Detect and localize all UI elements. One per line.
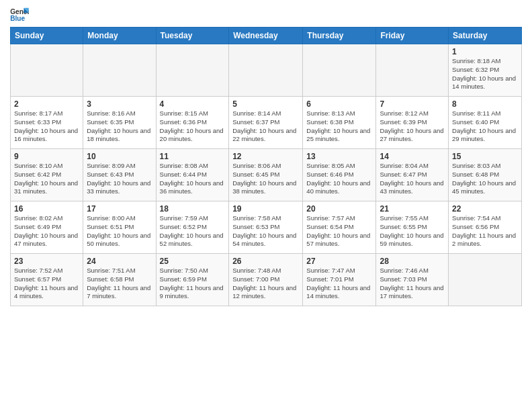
day-number: 4 <box>160 99 226 109</box>
day-number: 20 <box>306 204 372 214</box>
weekday-header-row: SundayMondayTuesdayWednesdayThursdayFrid… <box>11 28 522 44</box>
day-cell <box>303 44 376 97</box>
page: General Blue SundayMondayTuesdayWednesda… <box>0 0 532 411</box>
day-cell: 5Sunrise: 8:14 AM Sunset: 6:37 PM Daylig… <box>229 97 303 149</box>
day-number: 8 <box>452 99 518 109</box>
day-cell: 28Sunrise: 7:46 AM Sunset: 7:03 PM Dayli… <box>376 254 449 306</box>
day-info: Sunrise: 7:48 AM Sunset: 7:00 PM Dayligh… <box>232 267 299 301</box>
day-number: 1 <box>452 47 518 56</box>
weekday-header-friday: Friday <box>376 28 449 44</box>
day-cell: 2Sunrise: 8:17 AM Sunset: 6:33 PM Daylig… <box>11 97 83 149</box>
weekday-header-wednesday: Wednesday <box>229 28 303 44</box>
week-row-1: 1Sunrise: 8:18 AM Sunset: 6:32 PM Daylig… <box>11 44 522 97</box>
weekday-header-sunday: Sunday <box>11 28 83 44</box>
day-number: 7 <box>380 99 445 109</box>
week-row-4: 16Sunrise: 8:02 AM Sunset: 6:49 PM Dayli… <box>11 201 522 254</box>
day-info: Sunrise: 8:10 AM Sunset: 6:42 PM Dayligh… <box>14 162 79 196</box>
weekday-header-tuesday: Tuesday <box>156 28 229 44</box>
day-info: Sunrise: 8:18 AM Sunset: 6:32 PM Dayligh… <box>452 57 518 91</box>
day-cell: 1Sunrise: 8:18 AM Sunset: 6:32 PM Daylig… <box>449 44 522 97</box>
day-info: Sunrise: 8:06 AM Sunset: 6:45 PM Dayligh… <box>232 162 299 196</box>
day-cell: 9Sunrise: 8:10 AM Sunset: 6:42 PM Daylig… <box>11 149 83 201</box>
day-info: Sunrise: 7:51 AM Sunset: 6:58 PM Dayligh… <box>87 267 152 301</box>
day-number: 17 <box>87 204 152 214</box>
day-info: Sunrise: 7:47 AM Sunset: 7:01 PM Dayligh… <box>306 267 372 301</box>
calendar-table: SundayMondayTuesdayWednesdayThursdayFrid… <box>10 27 522 306</box>
day-cell: 25Sunrise: 7:50 AM Sunset: 6:59 PM Dayli… <box>156 254 229 306</box>
day-cell: 12Sunrise: 8:06 AM Sunset: 6:45 PM Dayli… <box>229 149 303 201</box>
day-number: 23 <box>14 257 79 266</box>
day-cell <box>11 44 83 97</box>
day-info: Sunrise: 8:14 AM Sunset: 6:37 PM Dayligh… <box>232 109 299 144</box>
day-cell <box>83 44 156 97</box>
day-number: 11 <box>160 152 226 161</box>
day-info: Sunrise: 8:02 AM Sunset: 6:49 PM Dayligh… <box>14 214 79 248</box>
day-number: 9 <box>14 152 79 161</box>
day-info: Sunrise: 8:13 AM Sunset: 6:38 PM Dayligh… <box>306 109 372 144</box>
day-cell <box>229 44 303 97</box>
day-number: 5 <box>232 99 299 109</box>
day-cell <box>156 44 229 97</box>
generalblue-logo-icon: General Blue <box>10 7 29 21</box>
day-cell: 8Sunrise: 8:11 AM Sunset: 6:40 PM Daylig… <box>449 97 522 149</box>
day-number: 13 <box>306 152 372 161</box>
day-number: 6 <box>306 99 372 109</box>
day-cell: 13Sunrise: 8:05 AM Sunset: 6:46 PM Dayli… <box>303 149 376 201</box>
day-cell: 22Sunrise: 7:54 AM Sunset: 6:56 PM Dayli… <box>449 201 522 254</box>
day-info: Sunrise: 8:03 AM Sunset: 6:48 PM Dayligh… <box>452 162 518 196</box>
day-cell: 15Sunrise: 8:03 AM Sunset: 6:48 PM Dayli… <box>449 149 522 201</box>
day-number: 25 <box>160 257 226 266</box>
day-cell: 7Sunrise: 8:12 AM Sunset: 6:39 PM Daylig… <box>376 97 449 149</box>
week-row-5: 23Sunrise: 7:52 AM Sunset: 6:57 PM Dayli… <box>11 254 522 306</box>
day-number: 3 <box>87 99 152 109</box>
day-cell: 26Sunrise: 7:48 AM Sunset: 7:00 PM Dayli… <box>229 254 303 306</box>
header: General Blue <box>10 7 522 21</box>
day-cell <box>376 44 449 97</box>
day-cell: 27Sunrise: 7:47 AM Sunset: 7:01 PM Dayli… <box>303 254 376 306</box>
day-cell: 14Sunrise: 8:04 AM Sunset: 6:47 PM Dayli… <box>376 149 449 201</box>
day-info: Sunrise: 8:00 AM Sunset: 6:51 PM Dayligh… <box>87 214 152 248</box>
weekday-header-thursday: Thursday <box>303 28 376 44</box>
day-info: Sunrise: 8:04 AM Sunset: 6:47 PM Dayligh… <box>380 162 445 196</box>
day-number: 26 <box>232 257 299 266</box>
day-info: Sunrise: 7:58 AM Sunset: 6:53 PM Dayligh… <box>232 214 299 248</box>
day-info: Sunrise: 7:46 AM Sunset: 7:03 PM Dayligh… <box>380 267 445 301</box>
day-number: 10 <box>87 152 152 161</box>
day-info: Sunrise: 8:16 AM Sunset: 6:35 PM Dayligh… <box>87 109 152 144</box>
day-number: 12 <box>232 152 299 161</box>
day-number: 24 <box>87 257 152 266</box>
weekday-header-monday: Monday <box>83 28 156 44</box>
day-info: Sunrise: 7:52 AM Sunset: 6:57 PM Dayligh… <box>14 267 79 301</box>
day-cell <box>449 254 522 306</box>
day-cell: 24Sunrise: 7:51 AM Sunset: 6:58 PM Dayli… <box>83 254 156 306</box>
day-number: 18 <box>160 204 226 214</box>
day-info: Sunrise: 8:17 AM Sunset: 6:33 PM Dayligh… <box>14 109 79 144</box>
day-info: Sunrise: 8:15 AM Sunset: 6:36 PM Dayligh… <box>160 109 226 144</box>
day-cell: 23Sunrise: 7:52 AM Sunset: 6:57 PM Dayli… <box>11 254 83 306</box>
day-cell: 21Sunrise: 7:55 AM Sunset: 6:55 PM Dayli… <box>376 201 449 254</box>
day-info: Sunrise: 7:57 AM Sunset: 6:54 PM Dayligh… <box>306 214 372 248</box>
day-info: Sunrise: 8:09 AM Sunset: 6:43 PM Dayligh… <box>87 162 152 196</box>
day-cell: 16Sunrise: 8:02 AM Sunset: 6:49 PM Dayli… <box>11 201 83 254</box>
day-number: 16 <box>14 204 79 214</box>
day-cell: 19Sunrise: 7:58 AM Sunset: 6:53 PM Dayli… <box>229 201 303 254</box>
day-number: 2 <box>14 99 79 109</box>
logo: General Blue <box>10 7 29 21</box>
day-info: Sunrise: 8:05 AM Sunset: 6:46 PM Dayligh… <box>306 162 372 196</box>
day-number: 19 <box>232 204 299 214</box>
svg-text:Blue: Blue <box>10 15 25 21</box>
day-cell: 18Sunrise: 7:59 AM Sunset: 6:52 PM Dayli… <box>156 201 229 254</box>
weekday-header-saturday: Saturday <box>449 28 522 44</box>
day-cell: 20Sunrise: 7:57 AM Sunset: 6:54 PM Dayli… <box>303 201 376 254</box>
day-info: Sunrise: 8:08 AM Sunset: 6:44 PM Dayligh… <box>160 162 226 196</box>
day-cell: 3Sunrise: 8:16 AM Sunset: 6:35 PM Daylig… <box>83 97 156 149</box>
day-number: 14 <box>380 152 445 161</box>
day-info: Sunrise: 7:55 AM Sunset: 6:55 PM Dayligh… <box>380 214 445 248</box>
week-row-2: 2Sunrise: 8:17 AM Sunset: 6:33 PM Daylig… <box>11 97 522 149</box>
day-number: 28 <box>380 257 445 266</box>
day-cell: 11Sunrise: 8:08 AM Sunset: 6:44 PM Dayli… <box>156 149 229 201</box>
day-cell: 17Sunrise: 8:00 AM Sunset: 6:51 PM Dayli… <box>83 201 156 254</box>
day-info: Sunrise: 8:11 AM Sunset: 6:40 PM Dayligh… <box>452 109 518 144</box>
day-number: 15 <box>452 152 518 161</box>
day-info: Sunrise: 7:59 AM Sunset: 6:52 PM Dayligh… <box>160 214 226 248</box>
